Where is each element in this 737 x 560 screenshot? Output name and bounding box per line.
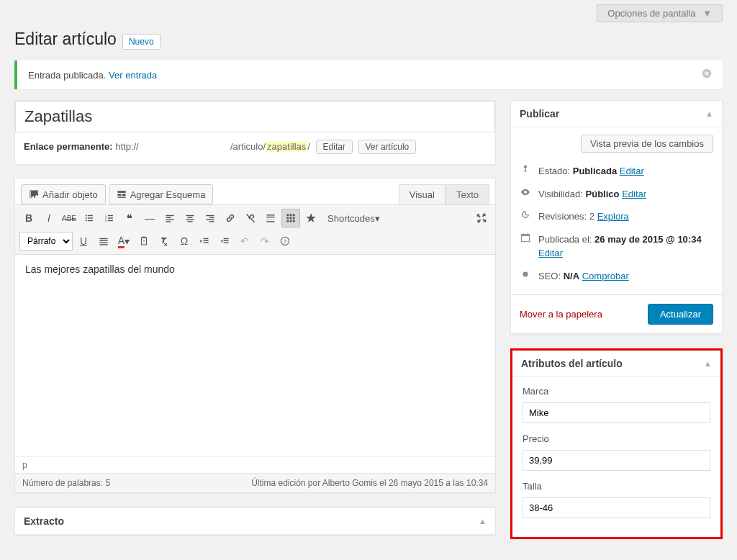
seo-check-link[interactable]: Comprobar <box>582 271 629 281</box>
special-char-button[interactable]: Ω <box>175 232 194 250</box>
svg-rect-12 <box>108 215 113 216</box>
update-button[interactable]: Actualizar <box>648 304 713 325</box>
help-button[interactable]: ? <box>276 232 294 250</box>
svg-rect-10 <box>88 220 93 221</box>
svg-rect-49 <box>204 240 209 241</box>
edit-status-link[interactable]: Editar <box>620 166 644 176</box>
svg-rect-28 <box>209 221 214 222</box>
numbered-list-button[interactable]: 123 <box>100 209 119 227</box>
add-new-button[interactable]: Nuevo <box>122 34 160 50</box>
strikethrough-button[interactable]: ABE <box>60 209 78 227</box>
close-icon <box>702 68 712 78</box>
content-text: Las mejores zapatillas del mundo <box>25 263 175 275</box>
svg-rect-44 <box>99 244 107 245</box>
tab-text[interactable]: Texto <box>446 184 489 204</box>
add-schema-button[interactable]: Agregar Esquema <box>109 184 214 204</box>
view-post-link[interactable]: Ver entrada <box>109 70 157 81</box>
svg-point-60 <box>523 271 528 276</box>
svg-rect-30 <box>266 217 274 217</box>
attributes-box-title: Atributos del artículo <box>521 358 623 369</box>
fullscreen-button[interactable] <box>472 209 491 227</box>
revisions-icon <box>520 209 531 220</box>
attr-input-precio[interactable] <box>523 450 710 471</box>
text-color-button[interactable]: A ▾ <box>114 232 133 250</box>
svg-rect-59 <box>527 233 528 235</box>
dismiss-notice-button[interactable] <box>702 68 712 81</box>
toolbar-toggle-button[interactable] <box>281 209 300 227</box>
attributes-box-header[interactable]: Atributos del artículo ▲ <box>512 351 720 377</box>
svg-rect-29 <box>266 214 274 215</box>
attr-label-precio: Precio <box>523 433 710 444</box>
edit-visibility-link[interactable]: Editar <box>622 189 646 199</box>
attr-label-talla: Talla <box>523 481 710 492</box>
blockquote-button[interactable]: ❝ <box>120 209 139 227</box>
svg-rect-33 <box>290 214 292 216</box>
content-editor[interactable]: Las mejores zapatillas del mundo <box>15 255 495 456</box>
last-edit-info: Última edición por Alberto Gomis el 26 m… <box>251 478 488 488</box>
edit-slug-button[interactable]: Editar <box>316 140 353 154</box>
undo-button[interactable]: ↶ <box>235 232 254 250</box>
paste-text-button[interactable]: T <box>135 232 153 250</box>
publish-box-header[interactable]: Publicar ▲ <box>511 101 722 127</box>
move-to-trash-link[interactable]: Mover a la papelera <box>520 309 602 320</box>
screen-options-toggle[interactable]: Opciones de pantalla ▼ <box>597 4 723 22</box>
link-button[interactable] <box>221 209 240 227</box>
star-button[interactable]: ★ <box>302 209 320 227</box>
bold-button[interactable]: B <box>19 209 38 227</box>
svg-rect-41 <box>99 238 107 239</box>
svg-rect-37 <box>293 217 295 220</box>
redo-button[interactable]: ↷ <box>256 232 274 250</box>
svg-rect-25 <box>206 215 214 216</box>
add-media-button[interactable]: Añadir objeto <box>21 184 106 204</box>
svg-rect-46 <box>143 237 145 238</box>
attr-input-talla[interactable] <box>523 497 710 518</box>
browse-revisions-link[interactable]: Explora <box>597 211 629 222</box>
svg-rect-3 <box>122 194 125 196</box>
svg-rect-8 <box>88 217 93 218</box>
align-right-button[interactable] <box>201 209 220 227</box>
svg-rect-4 <box>117 197 125 198</box>
svg-rect-2 <box>117 194 121 196</box>
permalink-row: Enlace permanente: http:// /articulo/zap… <box>15 132 495 164</box>
tab-visual[interactable]: Visual <box>399 184 446 204</box>
italic-button[interactable]: I <box>40 209 58 227</box>
align-left-button[interactable] <box>160 209 179 227</box>
attr-input-marca[interactable] <box>523 402 710 423</box>
media-icon <box>29 189 39 199</box>
calendar-icon <box>520 232 531 243</box>
read-more-button[interactable] <box>261 209 280 227</box>
bulleted-list-button[interactable] <box>80 209 99 227</box>
svg-rect-42 <box>99 240 107 241</box>
justify-button[interactable] <box>94 232 113 250</box>
clear-formatting-button[interactable] <box>155 232 173 250</box>
svg-rect-31 <box>266 221 274 222</box>
notice-text: Entrada publicada. <box>28 70 106 81</box>
permalink-slug: zapatillas <box>266 141 307 152</box>
eye-icon <box>520 187 531 197</box>
excerpt-box-header[interactable]: Extracto ▲ <box>15 508 495 535</box>
unlink-button[interactable] <box>241 209 260 227</box>
svg-text:3: 3 <box>105 219 107 222</box>
underline-button[interactable]: U <box>74 232 93 250</box>
align-center-button[interactable] <box>181 209 199 227</box>
permalink-prefix: http:// <box>115 141 139 152</box>
editor-toolbar: B I ABE 123 ❝ — ★ <box>15 204 495 255</box>
permalink-label: Enlace permanente: <box>24 141 113 152</box>
svg-rect-36 <box>290 217 292 220</box>
screen-options-label: Opciones de pantalla <box>607 8 695 19</box>
svg-rect-21 <box>186 215 194 216</box>
svg-rect-6 <box>88 215 93 216</box>
shortcodes-dropdown[interactable]: Shortcodes ▾ <box>322 209 386 227</box>
svg-rect-38 <box>286 220 289 222</box>
edit-date-link[interactable]: Editar <box>538 248 563 258</box>
indent-button[interactable] <box>215 232 234 250</box>
collapse-icon: ▲ <box>705 109 713 118</box>
outdent-button[interactable] <box>195 232 214 250</box>
view-article-button[interactable]: Ver artículo <box>358 140 417 154</box>
preview-changes-button[interactable]: Vista previa de los cambios <box>581 135 713 153</box>
paragraph-format-select[interactable]: Párrafo <box>19 232 73 250</box>
post-title-input[interactable] <box>15 101 495 132</box>
permalink-suffix: / <box>307 141 310 152</box>
hr-button[interactable]: — <box>140 209 159 227</box>
svg-rect-48 <box>204 238 209 239</box>
